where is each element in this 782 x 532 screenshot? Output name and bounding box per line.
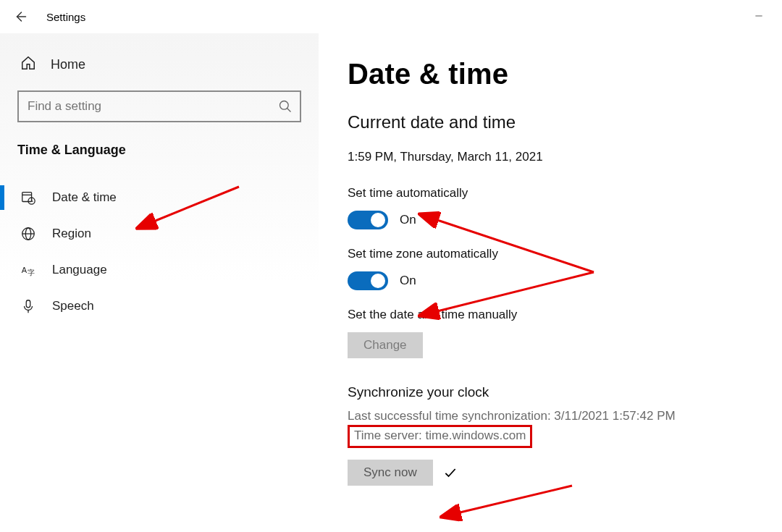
label-set-manual: Set the date and time manually	[348, 308, 757, 322]
toggle-state-set-time-auto: On	[400, 213, 416, 227]
svg-line-2	[287, 109, 291, 112]
arrow-annotation-icon	[434, 482, 579, 525]
sync-last-success: Last successful time synchronization: 3/…	[348, 409, 757, 423]
toggle-set-tz-auto[interactable]	[348, 271, 388, 290]
language-icon: A字	[20, 262, 36, 278]
check-icon	[443, 465, 458, 480]
toggle-state-set-tz-auto: On	[400, 274, 416, 288]
svg-point-1	[280, 101, 289, 110]
settings-window: Settings Home Time & Language	[0, 0, 782, 532]
toggle-set-time-auto[interactable]	[348, 211, 388, 229]
nav-list: Date & time Region A字 Language	[17, 180, 301, 324]
home-icon	[20, 55, 36, 75]
window-title: Settings	[46, 11, 85, 23]
section-current-dt: Current date and time	[348, 112, 757, 132]
sync-server: Time server: time.windows.com	[354, 428, 526, 443]
search-icon	[278, 99, 293, 114]
minimize-icon	[754, 11, 764, 21]
svg-line-17	[442, 486, 572, 517]
calendar-clock-icon	[20, 190, 36, 206]
minimize-button[interactable]	[750, 7, 768, 25]
main-pane: Date & time Current date and time 1:59 P…	[319, 33, 782, 532]
label-set-tz-auto: Set time zone automatically	[348, 247, 757, 261]
current-datetime-value: 1:59 PM, Thursday, March 11, 2021	[348, 150, 757, 164]
nav-item-language[interactable]: A字 Language	[17, 252, 301, 288]
nav-item-label: Speech	[52, 299, 94, 313]
svg-text:A: A	[22, 266, 28, 274]
category-heading: Time & Language	[17, 143, 301, 158]
page-title: Date & time	[348, 58, 757, 90]
nav-item-label: Language	[52, 263, 107, 277]
back-button[interactable]	[6, 0, 35, 33]
globe-icon	[20, 226, 36, 242]
search-input[interactable]	[28, 99, 271, 114]
home-label: Home	[51, 57, 85, 72]
nav-item-label: Date & time	[52, 190, 117, 205]
arrow-left-icon	[14, 10, 27, 23]
nav-item-region[interactable]: Region	[17, 216, 301, 252]
microphone-icon	[20, 298, 36, 314]
change-button[interactable]: Change	[348, 332, 423, 358]
svg-rect-3	[22, 193, 32, 202]
nav-item-date-time[interactable]: Date & time	[17, 180, 301, 216]
nav-item-label: Region	[52, 227, 91, 241]
titlebar: Settings	[0, 0, 782, 33]
svg-rect-11	[26, 300, 30, 308]
label-set-time-auto: Set time automatically	[348, 186, 757, 200]
svg-text:字: 字	[28, 269, 35, 276]
home-nav[interactable]: Home	[17, 51, 301, 90]
search-field[interactable]	[17, 90, 301, 122]
nav-item-speech[interactable]: Speech	[17, 288, 301, 324]
sync-now-button[interactable]: Sync now	[348, 460, 433, 486]
sync-section-title: Synchronize your clock	[348, 384, 757, 400]
sidebar: Home Time & Language Date & time	[0, 33, 319, 532]
sync-server-highlight: Time server: time.windows.com	[348, 425, 532, 448]
